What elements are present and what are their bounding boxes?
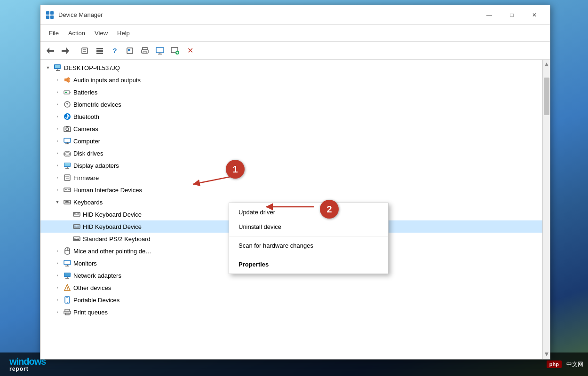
svg-rect-71 — [74, 226, 75, 227]
computer-expand[interactable]: › — [54, 137, 61, 145]
step-badge-2: 2 — [320, 200, 339, 219]
svg-rect-11 — [96, 53, 103, 54]
ps2-kb-label: Standard PS/2 Keyboard — [83, 235, 151, 243]
tree-display[interactable]: › Display adapters — [40, 159, 542, 172]
ctx-separator-2 — [229, 255, 388, 255]
svg-marker-5 — [62, 47, 69, 54]
portable-expand[interactable]: › — [54, 296, 61, 304]
toolbar-forward[interactable] — [58, 44, 72, 57]
mice-expand[interactable]: › — [54, 247, 61, 255]
display-expand[interactable]: › — [54, 162, 61, 169]
svg-rect-25 — [55, 65, 60, 68]
batteries-expand[interactable]: › — [54, 88, 61, 96]
cameras-label: Cameras — [73, 125, 98, 133]
tree-cameras[interactable]: › Cameras — [40, 123, 542, 135]
tree-bluetooth[interactable]: › Bluetooth — [40, 110, 542, 123]
toolbar-scan[interactable] — [123, 44, 137, 57]
svg-rect-3 — [50, 16, 54, 19]
bluetooth-expand[interactable]: › — [54, 113, 61, 120]
title-bar: Device Manager — □ ✕ — [40, 5, 550, 25]
audio-expand[interactable]: › — [54, 76, 61, 84]
root-label: DESKTOP-4L537JQ — [64, 64, 120, 71]
tree-portable[interactable]: › Portable Devices — [40, 294, 542, 306]
print-expand[interactable]: › — [54, 308, 61, 316]
keyboards-icon — [63, 198, 72, 206]
ctx-uninstall-device[interactable]: Uninstall device — [229, 219, 388, 234]
tree-root[interactable]: ▼ DESKTOP-4L537JQ — [40, 62, 542, 74]
cameras-expand[interactable]: › — [54, 125, 61, 133]
biometric-label: Biometric devices — [73, 101, 121, 108]
tree-biometric[interactable]: › Biometric devices — [40, 98, 542, 110]
monitors-expand[interactable]: › — [54, 259, 61, 267]
svg-rect-58 — [64, 200, 71, 204]
svg-rect-16 — [143, 52, 147, 53]
display-icon — [63, 161, 72, 170]
disk-expand[interactable]: › — [54, 149, 61, 157]
svg-rect-80 — [78, 238, 79, 239]
toolbar-back[interactable] — [43, 44, 57, 57]
tree-print[interactable]: › Print queues — [40, 306, 542, 318]
ctx-properties[interactable]: Properties — [229, 257, 388, 272]
svg-rect-31 — [70, 92, 71, 93]
window-icon — [45, 10, 55, 20]
other-expand[interactable]: › — [54, 284, 61, 291]
svg-rect-98 — [64, 311, 71, 314]
ctx-update-driver[interactable]: Update driver — [229, 205, 388, 219]
tree-hid[interactable]: › Human Interface Devices — [40, 184, 542, 196]
hid-icon — [63, 186, 72, 194]
scroll-thumb[interactable] — [544, 78, 549, 115]
svg-rect-2 — [46, 16, 49, 19]
tree-audio[interactable]: › Audio inputs and outputs — [40, 74, 542, 86]
toolbar-print[interactable] — [138, 44, 152, 57]
tree-batteries[interactable]: › Batteries — [40, 86, 542, 98]
svg-rect-77 — [74, 238, 75, 239]
toolbar-monitor[interactable] — [153, 44, 167, 57]
audio-icon — [63, 76, 72, 84]
menu-file[interactable]: File — [44, 28, 64, 39]
ctx-separator — [229, 236, 388, 236]
print-label: Print queues — [73, 309, 108, 316]
svg-rect-6 — [82, 48, 87, 54]
other-label: Other devices — [73, 284, 111, 291]
audio-label: Audio inputs and outputs — [73, 77, 141, 84]
toolbar-sep-1 — [75, 46, 75, 56]
svg-rect-54 — [65, 189, 66, 190]
menu-help[interactable]: Help — [112, 28, 135, 39]
mice-icon — [63, 247, 72, 255]
svg-rect-76 — [73, 237, 80, 241]
bluetooth-icon — [63, 112, 72, 121]
context-menu: Update driver Uninstall device Scan for … — [229, 203, 389, 274]
cameras-icon — [63, 125, 72, 133]
network-expand[interactable]: › — [54, 272, 61, 279]
tree-disk[interactable]: › Disk drives — [40, 147, 542, 159]
tree-firmware[interactable]: › Firmware — [40, 172, 542, 184]
toolbar-add[interactable] — [168, 44, 182, 57]
tree-computer[interactable]: › Computer — [40, 135, 542, 147]
network-icon — [63, 271, 72, 280]
minimize-button[interactable]: — — [478, 8, 500, 22]
disk-label: Disk drives — [73, 150, 103, 157]
svg-point-33 — [64, 102, 70, 107]
ps2-kb-icon — [72, 235, 81, 243]
svg-rect-0 — [46, 11, 49, 15]
portable-label: Portable Devices — [73, 297, 119, 304]
firmware-expand[interactable]: › — [54, 174, 61, 181]
toolbar-remove[interactable]: ✕ — [183, 44, 197, 57]
biometric-expand[interactable]: › — [54, 101, 61, 108]
ctx-scan-changes[interactable]: Scan for hardware changes — [229, 238, 388, 253]
menu-view[interactable]: View — [90, 28, 112, 39]
menu-action[interactable]: Action — [64, 28, 90, 39]
toolbar-help[interactable]: ? — [108, 44, 122, 57]
tree-other[interactable]: › Other devices — [40, 282, 542, 294]
svg-rect-64 — [73, 212, 80, 216]
display-label: Display adapters — [73, 162, 119, 169]
toolbar-details[interactable] — [93, 44, 107, 57]
hid-expand[interactable]: › — [54, 186, 61, 194]
scrollbar[interactable] — [542, 60, 550, 359]
maximize-button[interactable]: □ — [501, 8, 523, 22]
toolbar-properties[interactable] — [78, 44, 92, 57]
close-button[interactable]: ✕ — [524, 8, 545, 22]
root-expand[interactable]: ▼ — [44, 64, 52, 71]
svg-rect-66 — [76, 213, 77, 214]
keyboards-expand[interactable]: ▼ — [54, 198, 61, 206]
